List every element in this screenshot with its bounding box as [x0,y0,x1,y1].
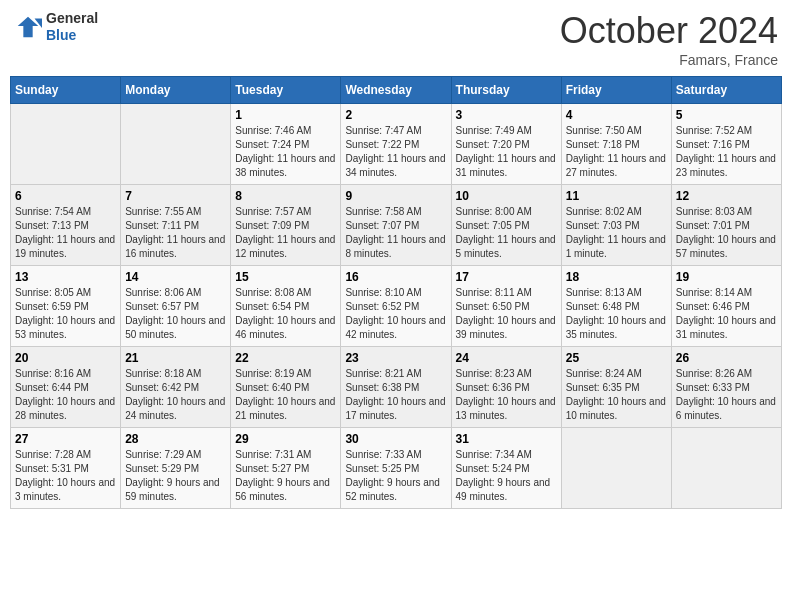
day-info: Sunrise: 8:13 AMSunset: 6:48 PMDaylight:… [566,286,667,342]
day-number: 7 [125,189,226,203]
day-info: Sunrise: 8:08 AMSunset: 6:54 PMDaylight:… [235,286,336,342]
day-number: 15 [235,270,336,284]
day-cell: 6Sunrise: 7:54 AMSunset: 7:13 PMDaylight… [11,185,121,266]
col-header-monday: Monday [121,77,231,104]
day-number: 4 [566,108,667,122]
day-cell: 26Sunrise: 8:26 AMSunset: 6:33 PMDayligh… [671,347,781,428]
day-number: 24 [456,351,557,365]
day-cell: 8Sunrise: 7:57 AMSunset: 7:09 PMDaylight… [231,185,341,266]
day-info: Sunrise: 8:10 AMSunset: 6:52 PMDaylight:… [345,286,446,342]
day-cell: 16Sunrise: 8:10 AMSunset: 6:52 PMDayligh… [341,266,451,347]
day-cell: 5Sunrise: 7:52 AMSunset: 7:16 PMDaylight… [671,104,781,185]
day-cell: 1Sunrise: 7:46 AMSunset: 7:24 PMDaylight… [231,104,341,185]
day-info: Sunrise: 8:14 AMSunset: 6:46 PMDaylight:… [676,286,777,342]
day-info: Sunrise: 7:46 AMSunset: 7:24 PMDaylight:… [235,124,336,180]
calendar-table: SundayMondayTuesdayWednesdayThursdayFrid… [10,76,782,509]
day-cell: 13Sunrise: 8:05 AMSunset: 6:59 PMDayligh… [11,266,121,347]
day-number: 12 [676,189,777,203]
day-info: Sunrise: 8:26 AMSunset: 6:33 PMDaylight:… [676,367,777,423]
week-row-3: 13Sunrise: 8:05 AMSunset: 6:59 PMDayligh… [11,266,782,347]
day-number: 25 [566,351,667,365]
day-number: 9 [345,189,446,203]
day-number: 6 [15,189,116,203]
week-row-2: 6Sunrise: 7:54 AMSunset: 7:13 PMDaylight… [11,185,782,266]
col-header-saturday: Saturday [671,77,781,104]
day-info: Sunrise: 8:19 AMSunset: 6:40 PMDaylight:… [235,367,336,423]
day-cell [121,104,231,185]
day-number: 17 [456,270,557,284]
title-block: October 2024 Famars, France [560,10,778,68]
day-info: Sunrise: 8:05 AMSunset: 6:59 PMDaylight:… [15,286,116,342]
day-info: Sunrise: 8:00 AMSunset: 7:05 PMDaylight:… [456,205,557,261]
day-number: 31 [456,432,557,446]
logo: General Blue [14,10,98,44]
week-row-5: 27Sunrise: 7:28 AMSunset: 5:31 PMDayligh… [11,428,782,509]
location: Famars, France [560,52,778,68]
day-info: Sunrise: 8:16 AMSunset: 6:44 PMDaylight:… [15,367,116,423]
day-number: 30 [345,432,446,446]
week-row-1: 1Sunrise: 7:46 AMSunset: 7:24 PMDaylight… [11,104,782,185]
day-info: Sunrise: 7:49 AMSunset: 7:20 PMDaylight:… [456,124,557,180]
day-info: Sunrise: 8:23 AMSunset: 6:36 PMDaylight:… [456,367,557,423]
day-number: 26 [676,351,777,365]
day-number: 2 [345,108,446,122]
day-cell: 2Sunrise: 7:47 AMSunset: 7:22 PMDaylight… [341,104,451,185]
day-number: 8 [235,189,336,203]
page-header: General Blue October 2024 Famars, France [10,10,782,68]
logo-text: General Blue [46,10,98,44]
day-cell: 11Sunrise: 8:02 AMSunset: 7:03 PMDayligh… [561,185,671,266]
col-header-thursday: Thursday [451,77,561,104]
day-info: Sunrise: 7:29 AMSunset: 5:29 PMDaylight:… [125,448,226,504]
day-number: 27 [15,432,116,446]
day-info: Sunrise: 8:06 AMSunset: 6:57 PMDaylight:… [125,286,226,342]
day-info: Sunrise: 8:11 AMSunset: 6:50 PMDaylight:… [456,286,557,342]
day-cell: 31Sunrise: 7:34 AMSunset: 5:24 PMDayligh… [451,428,561,509]
day-cell: 19Sunrise: 8:14 AMSunset: 6:46 PMDayligh… [671,266,781,347]
day-number: 23 [345,351,446,365]
month-title: October 2024 [560,10,778,52]
day-info: Sunrise: 7:58 AMSunset: 7:07 PMDaylight:… [345,205,446,261]
day-number: 18 [566,270,667,284]
day-cell: 9Sunrise: 7:58 AMSunset: 7:07 PMDaylight… [341,185,451,266]
day-info: Sunrise: 8:18 AMSunset: 6:42 PMDaylight:… [125,367,226,423]
day-cell: 10Sunrise: 8:00 AMSunset: 7:05 PMDayligh… [451,185,561,266]
day-number: 3 [456,108,557,122]
col-header-tuesday: Tuesday [231,77,341,104]
day-cell [11,104,121,185]
day-cell: 3Sunrise: 7:49 AMSunset: 7:20 PMDaylight… [451,104,561,185]
day-info: Sunrise: 7:54 AMSunset: 7:13 PMDaylight:… [15,205,116,261]
day-number: 20 [15,351,116,365]
day-info: Sunrise: 8:02 AMSunset: 7:03 PMDaylight:… [566,205,667,261]
day-cell: 30Sunrise: 7:33 AMSunset: 5:25 PMDayligh… [341,428,451,509]
day-info: Sunrise: 7:34 AMSunset: 5:24 PMDaylight:… [456,448,557,504]
day-info: Sunrise: 7:33 AMSunset: 5:25 PMDaylight:… [345,448,446,504]
day-number: 14 [125,270,226,284]
day-number: 21 [125,351,226,365]
day-cell: 28Sunrise: 7:29 AMSunset: 5:29 PMDayligh… [121,428,231,509]
day-cell: 7Sunrise: 7:55 AMSunset: 7:11 PMDaylight… [121,185,231,266]
day-cell [671,428,781,509]
day-info: Sunrise: 7:50 AMSunset: 7:18 PMDaylight:… [566,124,667,180]
day-cell: 21Sunrise: 8:18 AMSunset: 6:42 PMDayligh… [121,347,231,428]
day-cell: 17Sunrise: 8:11 AMSunset: 6:50 PMDayligh… [451,266,561,347]
day-cell: 15Sunrise: 8:08 AMSunset: 6:54 PMDayligh… [231,266,341,347]
day-number: 16 [345,270,446,284]
day-info: Sunrise: 8:24 AMSunset: 6:35 PMDaylight:… [566,367,667,423]
day-number: 11 [566,189,667,203]
day-number: 29 [235,432,336,446]
day-info: Sunrise: 7:47 AMSunset: 7:22 PMDaylight:… [345,124,446,180]
day-number: 13 [15,270,116,284]
col-header-friday: Friday [561,77,671,104]
header-row: SundayMondayTuesdayWednesdayThursdayFrid… [11,77,782,104]
day-number: 5 [676,108,777,122]
day-cell: 23Sunrise: 8:21 AMSunset: 6:38 PMDayligh… [341,347,451,428]
logo-line2: Blue [46,27,98,44]
day-cell: 20Sunrise: 8:16 AMSunset: 6:44 PMDayligh… [11,347,121,428]
day-cell: 14Sunrise: 8:06 AMSunset: 6:57 PMDayligh… [121,266,231,347]
day-cell: 12Sunrise: 8:03 AMSunset: 7:01 PMDayligh… [671,185,781,266]
day-cell: 27Sunrise: 7:28 AMSunset: 5:31 PMDayligh… [11,428,121,509]
logo-icon [14,13,42,41]
day-number: 10 [456,189,557,203]
col-header-sunday: Sunday [11,77,121,104]
day-info: Sunrise: 7:57 AMSunset: 7:09 PMDaylight:… [235,205,336,261]
